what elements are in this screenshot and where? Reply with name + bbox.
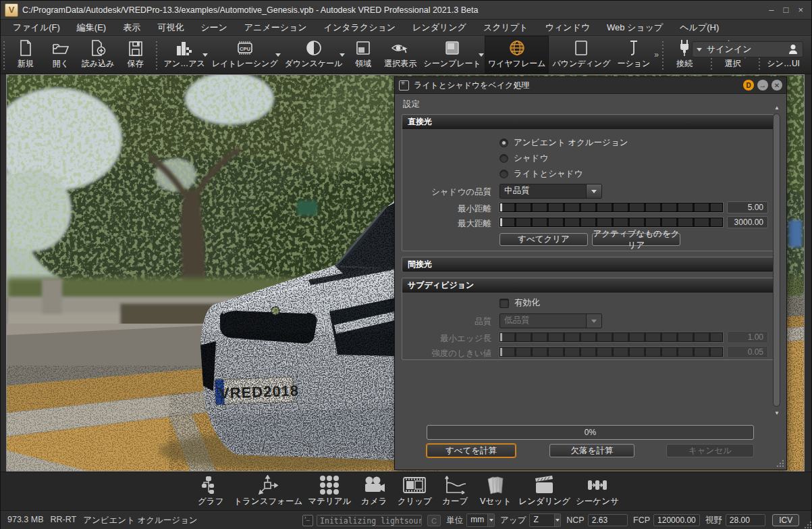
- clear-active-button[interactable]: アクティブなものをクリア: [592, 233, 680, 246]
- menu-interaction[interactable]: インタラクション: [324, 22, 396, 34]
- threshold-slider: [499, 347, 723, 357]
- fov-value-field[interactable]: 28.00: [726, 514, 765, 526]
- module-transform[interactable]: トランスフォーム: [234, 474, 302, 507]
- menu-window[interactable]: ウィンドウ: [545, 22, 590, 34]
- max-distance-slider[interactable]: [499, 218, 723, 227]
- module-rendering[interactable]: レンダリング: [518, 474, 570, 507]
- window-title: C:/ProgramData/Autodesk/VREDPro-13.3/exa…: [22, 5, 769, 15]
- shadow-quality-dropdown[interactable]: 中品質: [499, 184, 602, 199]
- menu-view[interactable]: 表示: [123, 22, 140, 34]
- scroll-down-icon[interactable]: ▼: [772, 409, 782, 418]
- tab-settings[interactable]: 設定: [403, 99, 420, 110]
- menu-animation[interactable]: アニメーション: [244, 22, 307, 34]
- window-resize-grip[interactable]: [803, 520, 811, 529]
- menu-scene[interactable]: シーン: [200, 22, 227, 34]
- unit-label: 単位: [446, 515, 463, 526]
- up-axis-dropdown[interactable]: Z: [529, 513, 561, 527]
- radio-light-and-shadow[interactable]: ライトとシャドウ: [499, 168, 583, 180]
- vred-logo-icon: V: [5, 3, 18, 17]
- import-document-icon: [89, 38, 107, 58]
- toolbar-sceneplate[interactable]: シーンプレート: [420, 36, 484, 74]
- menu-rendering[interactable]: レンダリング: [412, 22, 466, 34]
- toolbar-annotation[interactable]: ーション: [614, 36, 653, 74]
- scroll-up-icon[interactable]: ▲: [772, 104, 782, 112]
- menu-script[interactable]: スクリプト: [483, 22, 529, 34]
- signin-button[interactable]: サインイン: [692, 41, 803, 57]
- enable-checkbox-row[interactable]: 有効化: [499, 297, 540, 309]
- toolbar-wireframe[interactable]: ワイヤフレーム: [485, 36, 549, 74]
- module-clip[interactable]: クリップ: [397, 474, 432, 507]
- dialog-title-bar[interactable]: ライトとシャドウをベイク処理 D → ✕: [395, 77, 786, 94]
- snap-toggle-button[interactable]: C: [427, 515, 441, 526]
- radio-ambient-occlusion[interactable]: アンビエント オクルージョン: [499, 137, 628, 149]
- cpu-chip-icon: CPU: [234, 38, 256, 58]
- toolbar-open[interactable]: 開く: [43, 36, 78, 74]
- toolbar-downscale[interactable]: ダウンスケール: [281, 36, 346, 74]
- toolbar-bounding[interactable]: バウンディング: [549, 36, 614, 74]
- toolbar-region[interactable]: 領域: [346, 36, 381, 74]
- toolbar-antialiasing[interactable]: アン…アス: [161, 36, 209, 74]
- dialog-scrollbar[interactable]: ▲ ▼: [772, 104, 782, 418]
- menu-help[interactable]: ヘルプ(H): [680, 22, 719, 34]
- menu-webshop[interactable]: Web ショップ: [607, 22, 663, 34]
- min-distance-slider[interactable]: [499, 203, 723, 212]
- module-vset[interactable]: Vセット: [478, 474, 513, 507]
- menu-bar: ファイル(F) 編集(E) 表示 可視化 シーン アニメーション インタラクショ…: [1, 20, 811, 36]
- fcp-label: FCP: [633, 515, 650, 525]
- maximize-button[interactable]: □: [784, 5, 789, 15]
- bake-icon: [399, 80, 409, 91]
- menu-visualization[interactable]: 可視化: [157, 22, 184, 34]
- group-direct-light-header[interactable]: 直接光: [402, 115, 774, 129]
- quality-label: 品質: [475, 316, 491, 328]
- group-indirect-light-header[interactable]: 間接光: [402, 257, 774, 272]
- radio-shadow[interactable]: シャドウ: [499, 153, 548, 164]
- module-material[interactable]: マテリアル: [308, 474, 351, 507]
- menu-edit[interactable]: 編集(E): [77, 22, 106, 34]
- min-distance-value[interactable]: 5.00: [727, 201, 768, 213]
- module-graph[interactable]: グラフ: [193, 474, 228, 507]
- radio-icon: [499, 170, 508, 178]
- clapperboard-icon: [533, 474, 556, 496]
- dropdown-arrow-icon: [340, 53, 345, 57]
- toolbar-import[interactable]: 読み込み: [78, 36, 118, 74]
- save-icon: [127, 38, 144, 58]
- dialog-close-button[interactable]: ✕: [772, 80, 782, 91]
- dropdown-arrow-icon: [275, 53, 281, 57]
- bake-light-shadows-dialog: ライトとシャドウをベイク処理 D → ✕ 設定 直接光 アンビエント オクルージ…: [394, 76, 787, 470]
- fcp-value-field[interactable]: 120000.00: [653, 514, 700, 526]
- menu-file[interactable]: ファイル(F): [13, 22, 60, 34]
- toolbar-grip[interactable]: [2, 40, 7, 70]
- module-bar: グラフ トランスフォーム マテリアル カメラ クリップ: [1, 472, 811, 510]
- terminal-icon[interactable]: [302, 515, 313, 526]
- module-sequencer[interactable]: シーケンサ: [576, 474, 619, 507]
- camera-icon: [362, 474, 385, 496]
- plug-icon: [676, 38, 693, 58]
- calculate-all-button[interactable]: すべてを計算: [427, 444, 516, 457]
- toolbar-grip[interactable]: [155, 40, 159, 70]
- dock-button[interactable]: D: [743, 80, 754, 91]
- toolbar-new[interactable]: 新規: [8, 36, 43, 74]
- close-button[interactable]: ×: [798, 5, 803, 15]
- group-subdivision-header[interactable]: サブディビジョン: [402, 278, 774, 293]
- undock-arrow-button[interactable]: →: [757, 80, 768, 91]
- bounding-box-icon: [572, 38, 590, 58]
- icv-button[interactable]: ICV: [772, 514, 799, 526]
- module-camera[interactable]: カメラ: [356, 474, 391, 507]
- toolbar-isolate-view[interactable]: 選択表示: [381, 36, 420, 74]
- dropdown-arrow-icon: [479, 53, 484, 57]
- ncp-value-field[interactable]: 2.63: [588, 514, 628, 526]
- console-status-field[interactable]: Initializing lightsourc…: [317, 515, 422, 526]
- module-curve[interactable]: カーブ: [437, 474, 472, 507]
- clear-all-button[interactable]: すべてクリア: [499, 233, 588, 246]
- calculate-missing-button[interactable]: 欠落を計算: [549, 444, 634, 457]
- toolbar-save[interactable]: 保存: [118, 36, 153, 74]
- toolbar-raytracing[interactable]: CPU レイトレーシング: [209, 36, 281, 74]
- minimize-button[interactable]: –: [769, 5, 774, 15]
- up-axis-label: アップ: [500, 515, 526, 526]
- dialog-resize-grip[interactable]: [776, 459, 785, 468]
- max-distance-value[interactable]: 3000.00: [727, 216, 768, 228]
- overflow-chevron-icon[interactable]: »: [654, 50, 659, 59]
- toolbar-grip[interactable]: [661, 40, 666, 70]
- unit-dropdown[interactable]: mm: [466, 513, 495, 527]
- scrollbar-thumb[interactable]: [773, 114, 780, 407]
